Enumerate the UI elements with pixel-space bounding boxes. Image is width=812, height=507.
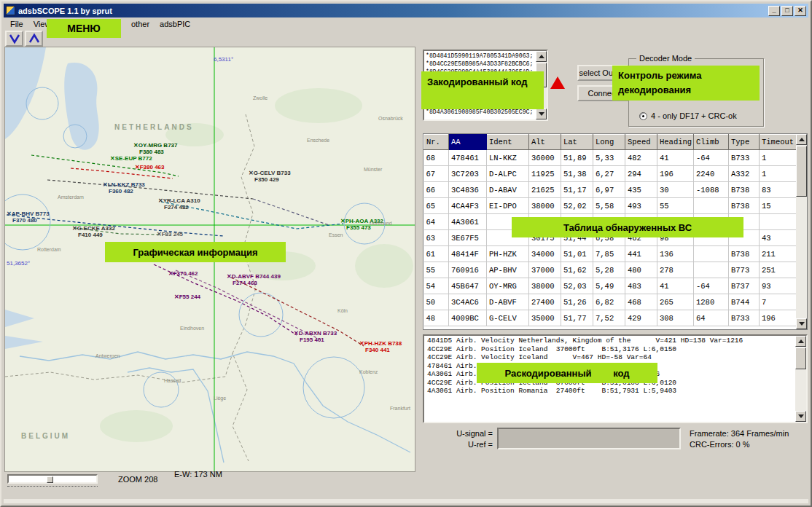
cell: 43 xyxy=(760,230,797,246)
cell: 21625 xyxy=(529,182,561,198)
scroll-down-button[interactable] xyxy=(796,318,807,329)
cell: G-CELV xyxy=(487,310,529,326)
cell: 478461 xyxy=(449,150,487,166)
zoom-out-button[interactable] xyxy=(5,31,23,47)
column-header-long[interactable]: Long xyxy=(593,135,625,150)
cell: B738 xyxy=(729,182,760,198)
column-header-climb[interactable]: Climb xyxy=(694,135,729,150)
scroll-down-button[interactable] xyxy=(795,411,806,422)
radio-button[interactable] xyxy=(639,112,647,120)
window-bottom-edge xyxy=(4,499,808,503)
cell: 83 xyxy=(760,182,797,198)
column-header-ident[interactable]: Ident xyxy=(487,135,529,150)
cell: 4CA4F3 xyxy=(449,198,487,214)
aircraft-label[interactable]: ✕G-CELV B733F350 429 xyxy=(249,170,291,183)
column-header-lat[interactable]: Lat xyxy=(561,135,593,150)
aircraft-label[interactable]: ✕F380 463 xyxy=(135,164,165,170)
cell: 64 xyxy=(694,310,729,326)
table-row[interactable]: 55760916AP-BHV3700051,625,28480278B77325… xyxy=(424,262,797,278)
code-line: *8D4841D5990119A7805341DA9063; xyxy=(426,52,535,60)
column-header-timeout[interactable]: Timeout xyxy=(760,135,797,150)
aircraft-label[interactable]: ✕OY-MRG B737F380 483 xyxy=(133,142,178,155)
cell: -64 xyxy=(694,150,729,166)
column-header-heading[interactable]: Heading xyxy=(657,135,694,150)
cell: AP-BHV xyxy=(487,262,529,278)
table-row[interactable]: 673C7203D-ALPC1192551,386,272941962240A3… xyxy=(424,166,797,182)
scroll-up-button[interactable] xyxy=(795,336,806,347)
zoom-in-button[interactable] xyxy=(25,31,43,47)
signal-meter xyxy=(497,428,681,449)
scale-label: E-W: 173 NM xyxy=(174,470,222,479)
zoom-slider[interactable] xyxy=(7,474,98,484)
aircraft-label[interactable]: ✕D-ABVF B744 439F274 468 xyxy=(227,273,281,286)
aircraft-label[interactable]: ✕LN-KKZ B733F360 482 xyxy=(103,181,145,194)
minimize-button[interactable]: _ xyxy=(768,6,780,16)
cell: D-ABVF xyxy=(487,294,529,310)
aircraft-label[interactable]: ✕F370 462 xyxy=(168,270,198,277)
scrollbar-thumb[interactable] xyxy=(796,146,807,197)
zoom-slider-thumb[interactable] xyxy=(47,476,53,483)
table-row[interactable]: 654CA4F3EI-DPO3800052,025,5849355B73815 xyxy=(424,198,797,214)
maximize-button[interactable]: □ xyxy=(781,6,793,16)
annotation-graphic: Графическая информация xyxy=(105,242,286,262)
coordinate-label: 6,5311° xyxy=(214,56,233,63)
close-button[interactable]: ✕ xyxy=(795,6,806,16)
column-header-type[interactable]: Type xyxy=(729,135,760,150)
triangle-down-icon xyxy=(539,112,544,119)
cell: 136 xyxy=(657,246,694,262)
cell: 5,33 xyxy=(593,150,625,166)
aircraft-label[interactable]: ✕F55 244 xyxy=(174,294,200,300)
cell: B733 xyxy=(729,150,760,166)
decoder-mode-radio-row[interactable]: 4 - only DF17 + CRC-ok xyxy=(639,111,737,120)
cell xyxy=(694,198,729,214)
aircraft-label[interactable]: ✕YR-LCA A310F274 482 xyxy=(158,197,200,211)
scroll-up-button[interactable] xyxy=(796,134,807,145)
decoded-scrollbar[interactable] xyxy=(795,336,806,422)
aircraft-label[interactable]: ✕SE-EUP B772 xyxy=(110,155,152,162)
crc-errors-label: CRC-Errors: 0 % xyxy=(690,440,750,449)
cell: 3E67F5 xyxy=(449,230,487,246)
column-header-speed[interactable]: Speed xyxy=(625,135,657,150)
city-label: Hasselt xyxy=(164,378,181,383)
city-label: Eindhoven xyxy=(180,326,204,331)
titlebar[interactable]: adsbSCOPE 1.1 by sprut _ □ ✕ xyxy=(4,4,808,17)
table-row[interactable]: 663C4836D-ABAV2162551,176,9743530-1088B7… xyxy=(424,182,797,198)
cell: B744 xyxy=(729,294,760,310)
menu-item-file[interactable]: File xyxy=(5,18,28,30)
cell: 265 xyxy=(657,294,694,310)
cell: 211 xyxy=(760,246,797,262)
cell: 36000 xyxy=(529,150,561,166)
cell: 63 xyxy=(424,230,449,246)
scroll-down-button[interactable] xyxy=(536,109,547,119)
city-label: Münster xyxy=(364,167,382,172)
table-scrollbar[interactable] xyxy=(796,134,807,329)
menu-item-adsbpic[interactable]: adsbPIC xyxy=(155,18,195,30)
cell: 6,97 xyxy=(593,182,625,198)
aircraft-label[interactable]: ✕AP-BHV B773F370 480 xyxy=(7,211,50,224)
aircraft-label[interactable]: ✕D-ABXN B733F195 401 xyxy=(294,330,337,343)
scroll-up-button[interactable] xyxy=(536,51,547,62)
aircraft-label[interactable]: ✕PH-HZK B738F340 441 xyxy=(359,340,402,353)
annotation-menu: МЕНЮ xyxy=(47,19,121,38)
table-row[interactable]: 6148414FPH-HZK3400051,017,85441136B73821… xyxy=(424,246,797,262)
table-row[interactable]: 503C4AC6D-ABVF2740051,266,824682651280B7… xyxy=(424,294,797,310)
cell: 50 xyxy=(424,294,449,310)
cell: EI-DPO xyxy=(487,198,529,214)
table-row[interactable]: 5445B647OY-MRG3800052,035,4948341-64B737… xyxy=(424,278,797,294)
cell: 294 xyxy=(625,166,657,182)
column-header-alt[interactable]: Alt xyxy=(529,135,561,150)
aircraft-label[interactable]: ✕F83 245 xyxy=(157,231,183,237)
cell: 67 xyxy=(424,166,449,182)
table-row[interactable]: 68478461LN-KKZ3600051,895,3348241-64B733… xyxy=(424,150,797,166)
table-row[interactable]: 484009BCG-CELV3500051,777,5242930864B733… xyxy=(424,310,797,326)
scrollbar-thumb[interactable] xyxy=(795,347,806,369)
cell: 441 xyxy=(625,246,657,262)
column-header-aa[interactable]: AA xyxy=(449,135,487,150)
cell: B737 xyxy=(729,278,760,294)
aircraft-label[interactable]: ✕G-ECKE A332F410 449 xyxy=(72,225,115,238)
column-header-nr[interactable]: Nr. xyxy=(424,135,449,150)
cell: 30 xyxy=(657,182,694,198)
menu-item-other[interactable]: other xyxy=(126,18,155,30)
cell: 51,62 xyxy=(561,262,593,278)
cell: 51,38 xyxy=(561,166,593,182)
